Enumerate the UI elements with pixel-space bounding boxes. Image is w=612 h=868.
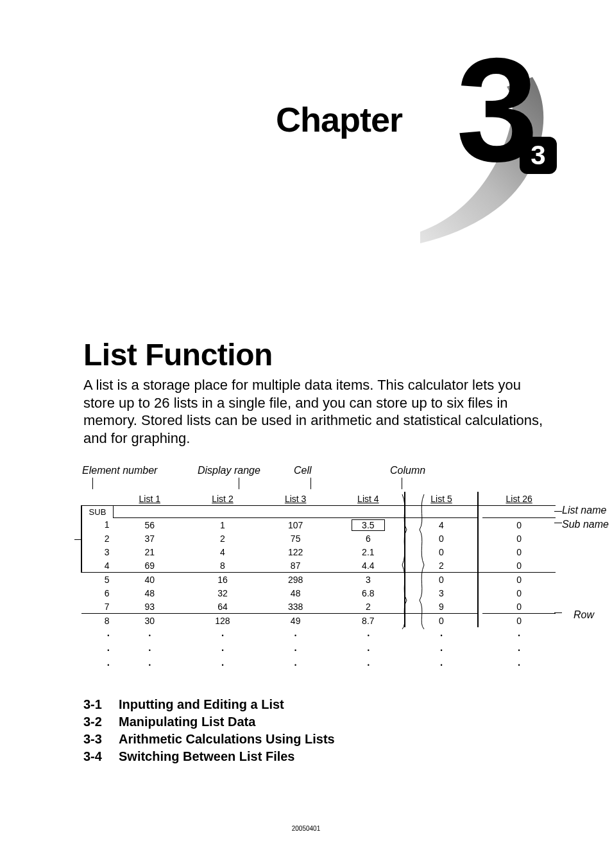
cell: 2 [186,532,259,545]
diagram-top-labels: Element number Display range Cell Column [81,465,556,476]
cell: 30 [113,614,186,628]
toc-number: 3-2 [83,715,119,729]
toc-title: Arithmetic Calculations Using Lists [119,732,335,747]
cell: 0 [482,573,556,587]
toc-item: 3-2 Manipulating List Data [83,715,548,729]
cell: 8.7 [332,614,405,628]
cell: 298 [259,573,332,587]
cell: 1 [186,518,259,532]
toc-number: 3-3 [83,732,119,747]
footer-code: 20050401 [0,825,612,832]
page-title: List Function [83,337,548,372]
row-index: 6 [81,586,113,600]
col-header: List 3 [259,492,332,506]
cell: 0 [405,532,478,545]
cell: 0 [405,573,478,587]
toc-number: 3-4 [83,749,119,764]
cell: 128 [186,614,259,628]
cell: 0 [405,614,478,628]
cell: 9 [405,600,478,614]
cell: 4.4 [332,559,405,573]
cell: 48 [113,586,186,600]
row-index: 8 [81,614,113,628]
table-of-contents: 3-1 Inputting and Editing a List 3-2 Man… [83,697,548,764]
row-index: 3 [81,545,113,559]
cell: 64 [186,600,259,614]
label-display-range: Display range [191,465,287,476]
toc-number: 3-1 [83,697,119,712]
cell: 93 [113,600,186,614]
row-index: 5 [81,573,113,587]
chapter-header: Chapter 3 3 [83,32,548,257]
intro-paragraph: A list is a storage place for multiple d… [83,376,548,447]
cell: 6 [332,532,405,545]
cell: 4 [186,545,259,559]
list-table: List 1 List 2 List 3 List 4 List 5 List … [81,492,556,672]
col-header: List 5 [405,492,478,506]
chapter-number-graphic: 3 [420,42,606,247]
cell: 2.1 [332,545,405,559]
cell: 75 [259,532,332,545]
cell: 69 [113,559,186,573]
cell: 0 [482,545,556,559]
cell: 0 [482,532,556,545]
toc-title: Inputting and Editing a List [119,697,284,712]
label-cell: Cell [287,465,371,476]
cell: 87 [259,559,332,573]
cell: 107 [259,518,332,532]
cell: 122 [259,545,332,559]
cell: 0 [482,559,556,573]
cell: 0 [405,545,478,559]
chapter-label: Chapter [276,100,402,139]
row-index: 2 [81,532,113,545]
col-header: List 4 [332,492,405,506]
cell: 40 [113,573,186,587]
cell: 338 [259,600,332,614]
chapter-badge-number: 3 [531,142,545,169]
cell: 4 [405,518,478,532]
cell: 2 [405,559,478,573]
col-header: List 1 [113,492,186,506]
toc-item: 3-3 Arithmetic Calculations Using Lists [83,732,548,747]
label-list-name: List name [562,505,612,516]
cell: 37 [113,532,186,545]
cell: 21 [113,545,186,559]
cell: 2 [332,600,405,614]
diagram-right-labels: List name Sub name [562,505,612,532]
list-table-wrapper: List 1 List 2 List 3 List 4 List 5 List … [81,492,556,672]
cell: 6.8 [332,586,405,600]
cell: 49 [259,614,332,628]
row-index: 7 [81,600,113,614]
label-element-number: Element number [81,465,191,476]
toc-item: 3-1 Inputting and Editing a List [83,697,548,712]
toc-title: Switching Between List Files [119,749,295,764]
toc-title: Manipulating List Data [119,715,255,729]
toc-item: 3-4 Switching Between List Files [83,749,548,764]
cell-highlight: 3.5 [332,518,405,532]
cell: 0 [482,518,556,532]
list-diagram: Element number Display range Cell Column [81,465,556,672]
cell: 0 [482,614,556,628]
chapter-badge: 3 [520,137,557,174]
label-sub-name: Sub name [562,519,612,530]
cell: 3 [405,586,478,600]
sub-label: SUB [81,506,113,518]
label-row: Row [574,609,594,621]
label-column: Column [371,465,473,476]
row-index: 4 [81,559,113,573]
row-index: 1 [81,518,113,532]
col-header: List 26 [482,492,556,506]
cell: 0 [482,600,556,614]
cell: 56 [113,518,186,532]
cell: 8 [186,559,259,573]
cell: 0 [482,586,556,600]
cell: 48 [259,586,332,600]
col-header: List 2 [186,492,259,506]
cell: 32 [186,586,259,600]
cell: 16 [186,573,259,587]
cell: 3 [332,573,405,587]
